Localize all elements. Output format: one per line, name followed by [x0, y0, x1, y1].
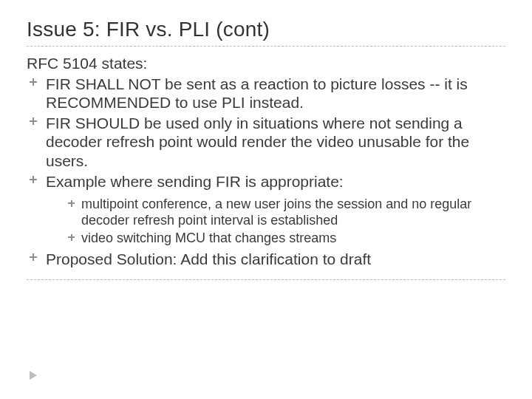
lead-text: RFC 5104 states: — [27, 54, 505, 73]
list-item: Proposed Solution: Add this clarificatio… — [27, 250, 505, 269]
bullet-text: FIR SHALL NOT be sent as a reaction to p… — [46, 75, 468, 112]
slide-title: Issue 5: FIR vs. PLI (cont) — [27, 18, 505, 41]
slide: Issue 5: FIR vs. PLI (cont) RFC 5104 sta… — [0, 0, 532, 399]
bullet-text: FIR SHOULD be used only in situations wh… — [46, 115, 469, 169]
bullet-text: Proposed Solution: Add this clarificatio… — [46, 250, 371, 267]
list-item: video switching MCU that changes streams — [65, 231, 505, 247]
bottom-divider — [27, 279, 505, 280]
sub-bullet-text: multipoint conference, a new user joins … — [81, 197, 471, 228]
bullet-list: FIR SHALL NOT be sent as a reaction to p… — [27, 75, 505, 269]
play-triangle-icon — [30, 371, 37, 380]
sub-bullet-text: video switching MCU that changes streams — [81, 231, 336, 245]
list-item: FIR SHALL NOT be sent as a reaction to p… — [27, 75, 505, 112]
list-item: FIR SHOULD be used only in situations wh… — [27, 114, 505, 171]
title-divider — [27, 46, 505, 47]
bullet-text: Example where sending FIR is appropriate… — [46, 173, 344, 190]
list-item: multipoint conference, a new user joins … — [65, 197, 505, 229]
slide-body: RFC 5104 states: FIR SHALL NOT be sent a… — [27, 54, 505, 269]
sub-bullet-list: multipoint conference, a new user joins … — [65, 197, 505, 247]
list-item: Example where sending FIR is appropriate… — [27, 172, 505, 247]
